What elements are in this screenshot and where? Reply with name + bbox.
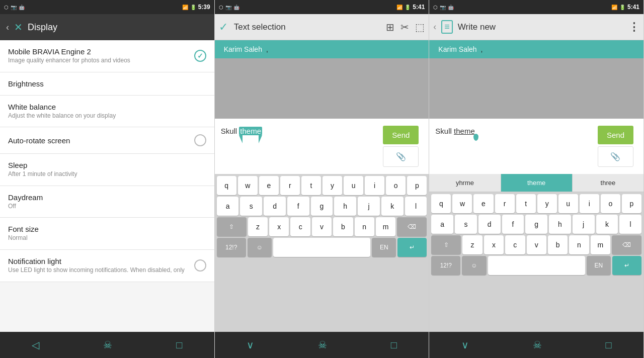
nav-square-icon-2[interactable]: □ (391, 339, 397, 351)
key-u-2[interactable]: u (344, 176, 363, 195)
settings-item-auto-rotate[interactable]: Auto-rotate screen (0, 127, 214, 154)
settings-item-daydream[interactable]: Daydream Off (0, 186, 214, 218)
back-icon[interactable]: ‹ (6, 22, 9, 33)
skull-text-container-2[interactable]: Skull theme (221, 123, 379, 148)
send-button-3[interactable]: Send (598, 126, 633, 144)
key-m-2[interactable]: m (376, 217, 395, 236)
key-p-2[interactable]: p (407, 176, 427, 195)
key-r-3[interactable]: r (495, 194, 515, 213)
key-s-2[interactable]: s (240, 197, 262, 216)
key-h-2[interactable]: h (334, 197, 356, 216)
check-icon[interactable]: ✓ (219, 21, 228, 34)
settings-item-bravia[interactable]: Mobile BRAVIA Engine 2 Image quality enh… (0, 40, 214, 72)
key-symbols-2[interactable]: 12!? (217, 238, 246, 257)
key-b-2[interactable]: b (333, 217, 353, 236)
skull-text-container-3[interactable]: Skull theme (435, 123, 594, 148)
nav-square-icon-3[interactable]: □ (605, 339, 611, 351)
key-v-3[interactable]: v (527, 235, 546, 254)
key-shift-2[interactable]: ⇧ (217, 217, 247, 236)
key-b-3[interactable]: b (548, 235, 568, 254)
attach-button-2[interactable]: 📎 (383, 146, 419, 167)
key-e-2[interactable]: e (259, 176, 279, 195)
back-icon-3[interactable]: ‹ (433, 22, 436, 32)
key-t-3[interactable]: t (516, 194, 536, 213)
key-d-2[interactable]: d (264, 197, 286, 216)
key-v-2[interactable]: v (312, 217, 332, 236)
key-x-3[interactable]: x (484, 235, 504, 254)
key-t-2[interactable]: t (301, 176, 321, 195)
grid-icon[interactable]: ⊞ (386, 21, 394, 33)
key-enter-2[interactable]: ↵ (397, 238, 427, 257)
skull-selected-text-2[interactable]: theme (239, 127, 262, 135)
key-a-3[interactable]: a (431, 215, 453, 234)
nav-skull-icon[interactable]: ☠ (103, 339, 112, 351)
key-y-3[interactable]: y (537, 194, 557, 213)
key-x-2[interactable]: x (269, 217, 289, 236)
settings-item-notification-light[interactable]: Notification light Use LED light to show… (0, 250, 214, 282)
key-emoji-3[interactable]: ☺ (462, 256, 486, 275)
key-g-2[interactable]: g (311, 197, 333, 216)
key-symbols-3[interactable]: 12!? (431, 256, 460, 275)
key-f-3[interactable]: f (502, 215, 524, 234)
key-e-3[interactable]: e (473, 194, 493, 213)
key-q-3[interactable]: q (431, 194, 451, 213)
key-l-3[interactable]: l (619, 215, 641, 234)
key-emoji-2[interactable]: ☺ (248, 238, 272, 257)
key-u-3[interactable]: u (558, 194, 578, 213)
settings-item-brightness[interactable]: Brightness (0, 72, 214, 96)
key-g-3[interactable]: g (525, 215, 547, 234)
suggestion-three[interactable]: three (573, 174, 643, 192)
key-z-2[interactable]: z (248, 217, 268, 236)
key-q-2[interactable]: q (217, 176, 236, 195)
key-o-3[interactable]: o (601, 194, 620, 213)
key-m-3[interactable]: m (591, 235, 610, 254)
auto-rotate-toggle[interactable] (194, 134, 206, 146)
key-w-3[interactable]: w (452, 194, 472, 213)
key-space-2[interactable] (273, 238, 370, 257)
key-k-3[interactable]: k (596, 215, 618, 234)
key-j-3[interactable]: j (573, 215, 595, 234)
settings-item-font-size[interactable]: Font size Normal (0, 218, 214, 250)
notification-light-toggle[interactable] (194, 259, 206, 272)
suggestion-theme[interactable]: theme (501, 174, 573, 192)
key-k-2[interactable]: k (381, 197, 404, 216)
more-icon[interactable]: ⋮ (628, 21, 639, 34)
key-c-3[interactable]: c (505, 235, 525, 254)
key-lang-2[interactable]: EN (372, 238, 396, 257)
key-j-2[interactable]: j (358, 197, 380, 216)
key-z-3[interactable]: z (462, 235, 482, 254)
bravia-toggle[interactable] (194, 50, 206, 62)
key-i-3[interactable]: i (580, 194, 599, 213)
nav-skull-icon-3[interactable]: ☠ (533, 339, 542, 351)
key-n-2[interactable]: n (355, 217, 374, 236)
key-r-2[interactable]: r (280, 176, 300, 195)
key-a-2[interactable]: a (217, 197, 239, 216)
copy-icon[interactable]: ⬚ (415, 21, 425, 33)
key-space-3[interactable] (488, 256, 585, 275)
cut-icon[interactable]: ✂ (400, 21, 409, 33)
nav-skull-icon-2[interactable]: ☠ (318, 339, 327, 351)
key-backspace-3[interactable]: ⌫ (612, 235, 641, 254)
key-o-2[interactable]: o (386, 176, 406, 195)
nav-square-icon[interactable]: □ (176, 339, 182, 351)
nav-back-icon-3[interactable]: ∨ (461, 339, 469, 351)
key-s-3[interactable]: s (455, 215, 477, 234)
send-button-2[interactable]: Send (383, 126, 419, 144)
key-d-3[interactable]: d (478, 215, 501, 234)
key-f-2[interactable]: f (287, 197, 309, 216)
key-n-3[interactable]: n (569, 235, 589, 254)
key-p-3[interactable]: p (622, 194, 641, 213)
key-enter-3[interactable]: ↵ (612, 256, 641, 275)
key-l-2[interactable]: l (405, 197, 427, 216)
attach-button-3[interactable]: 📎 (598, 146, 633, 167)
message-body-2[interactable] (215, 58, 429, 119)
message-body-3[interactable] (429, 58, 643, 119)
settings-item-sleep[interactable]: Sleep After 1 minute of inactivity (0, 154, 214, 186)
nav-back-icon-2[interactable]: ∨ (247, 339, 254, 351)
key-lang-3[interactable]: EN (587, 256, 611, 275)
key-y-2[interactable]: y (323, 176, 342, 195)
settings-item-white-balance[interactable]: White balance Adjust the white balance o… (0, 96, 214, 128)
key-h-3[interactable]: h (549, 215, 571, 234)
key-shift-3[interactable]: ⇧ (431, 235, 461, 254)
key-w-2[interactable]: w (238, 176, 258, 195)
